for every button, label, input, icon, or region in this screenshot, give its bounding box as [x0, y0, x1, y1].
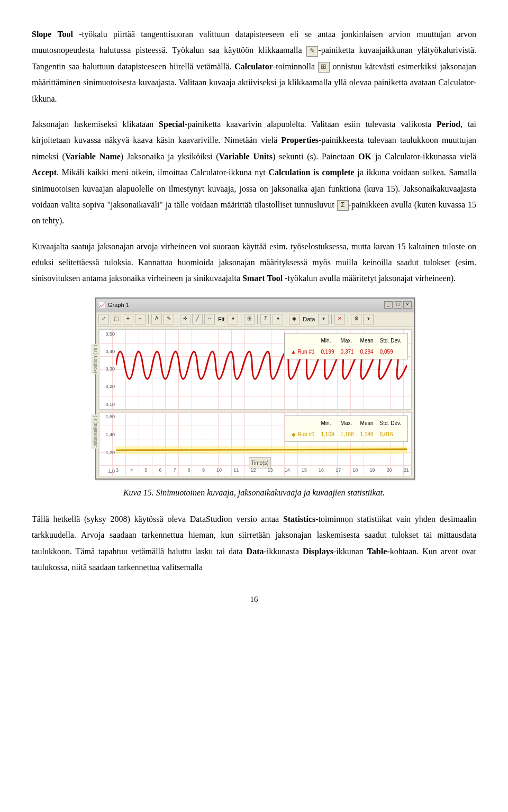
fit-dropdown-icon[interactable]: ▾	[228, 314, 238, 324]
stats-val: 0,199	[318, 346, 338, 357]
p2-b8: Calculation is complete	[268, 168, 354, 177]
settings-dropdown-icon[interactable]: ▾	[363, 314, 374, 324]
p2-t7: ja Calculator-ikkunassa vielä	[371, 152, 476, 161]
stats-box-top: Min. Max. Mean Std. Dev. ▲ Run #1 0,199 …	[284, 333, 408, 359]
sigma-tool-icon[interactable]: Σ	[260, 314, 271, 324]
maximize-button[interactable]: □	[394, 301, 402, 309]
stats-hdr: Mean	[357, 418, 377, 429]
stats-hdr: Std. Dev.	[377, 418, 404, 429]
data-dropdown-icon[interactable]: ▾	[318, 314, 329, 324]
stats-val: 1,148	[357, 429, 377, 440]
stats-val: 0,284	[357, 346, 377, 357]
p2-b2: Period	[437, 120, 460, 129]
p4-b1: Statistics	[283, 515, 315, 524]
p3-b1: Smart Tool	[242, 274, 283, 283]
stats-box-bottom: Min. Max. Mean Std. Dev. ◆ Run #1 1,109 …	[285, 416, 408, 442]
x-tick: 13	[268, 466, 273, 475]
stats-run: Run #1	[297, 349, 314, 355]
smart-tool-icon[interactable]: ✛	[180, 314, 190, 324]
slope-tool-icon[interactable]: ╱	[192, 314, 203, 324]
p2-b6: OK	[358, 152, 371, 161]
p2-t2: -painiketta kaavarivin alapuolelta. Vali…	[185, 120, 437, 129]
calculator-icon	[318, 62, 330, 73]
triangle-marker-icon: ▲	[291, 349, 296, 355]
p4-t3: -ikkunasta	[264, 547, 303, 556]
zoom-out-icon[interactable]: −	[135, 314, 146, 324]
zoom-fit-icon[interactable]: ⤢	[98, 314, 109, 324]
x-tick: 10	[216, 466, 222, 475]
graph-toolbar: ⤢ ⬚ + − A ✎ ✛ ╱ 〰 Fit ▾ ⊞ Σ ▾ ◆ Data ▾ ✕…	[96, 312, 414, 327]
y-tick: 0,30	[100, 365, 115, 374]
text-tool-icon[interactable]: A	[151, 314, 162, 324]
x-tick: 8	[188, 466, 190, 475]
p3-t2: -työkalun avulla määritetyt jaksonajat v…	[283, 274, 456, 283]
paragraph-3: Kuvaajalta saatuja jaksonajan arvoja vir…	[32, 239, 476, 287]
stats-val: 0,059	[377, 346, 404, 357]
separator-icon	[241, 314, 241, 324]
p2-t6: ) sekunti (s). Painetaan	[273, 152, 358, 161]
fit-label[interactable]: Fit	[216, 314, 226, 325]
diamond-marker-icon: ◆	[292, 431, 296, 437]
data-label[interactable]: Data	[301, 314, 316, 325]
x-tick: 16	[319, 466, 324, 475]
x-axis-bottom: 3 4 5 6 7 8 9 10 11 12 13 14 15 16 17 18…	[116, 466, 409, 475]
data-icon[interactable]: ◆	[289, 314, 300, 324]
separator-icon	[177, 314, 177, 324]
p4-t1: Tällä hetkellä (syksy 2008) käytössä ole…	[32, 515, 283, 524]
y-tick: 1,0	[100, 467, 115, 476]
p4-t4: -ikkunan	[333, 547, 367, 556]
paragraph-1: Slope Tool -työkalu piirtää tangenttisuo…	[32, 26, 476, 107]
x-tick: 7	[174, 466, 176, 475]
window-titlebar: 📈 Graph 1 _ □ ×	[96, 299, 414, 312]
paragraph-2: Jaksonajan laskemiseksi klikataan Specia…	[32, 116, 476, 229]
calculator-tool-icon[interactable]: ⊞	[244, 314, 255, 324]
figure-caption: Kuva 15. Sinimuotoinen kuvaaja, jaksonai…	[32, 485, 476, 501]
stats-val: 1,188	[338, 429, 357, 440]
x-tick: 6	[159, 466, 161, 475]
x-tick: 4	[130, 466, 133, 475]
x-tick: 15	[302, 466, 307, 475]
separator-icon	[348, 314, 348, 324]
x-tick: 17	[335, 466, 341, 475]
top-plot-area: Position ( m ) 0,50 0,40 0,30 0,20 0,10 …	[98, 329, 412, 410]
y-axis-label-bottom: Jaksonaika( s )	[91, 414, 100, 449]
fit-tool-icon[interactable]: 〰	[204, 314, 215, 324]
p4-b3: Displays	[303, 547, 333, 556]
p2-b5: Variable Units	[219, 152, 273, 161]
x-tick: 12	[250, 466, 256, 475]
graph-window: 📈 Graph 1 _ □ × ⤢ ⬚ + − A ✎ ✛ ╱ 〰 Fit ▾	[95, 297, 415, 480]
stats-run: Run #1	[297, 431, 314, 437]
y-tick: 0,20	[100, 382, 115, 391]
delete-tool-icon[interactable]: ✕	[334, 314, 345, 324]
settings-icon[interactable]: ⚙	[351, 314, 361, 324]
note-tool-icon[interactable]: ✎	[164, 314, 174, 324]
close-button[interactable]: ×	[403, 301, 412, 309]
y-tick: 1,60	[100, 412, 115, 421]
stats-hdr: Min.	[318, 335, 338, 346]
y-axis-top: 0,50 0,40 0,30 0,20 0,10	[100, 330, 115, 409]
slope-tool-icon	[306, 46, 318, 57]
p2-t8: . Mikäli kaikki meni oikein, ilmoittaa C…	[57, 168, 268, 177]
x-tick: 21	[404, 466, 409, 475]
y-axis-bottom: 1,60 1,40 1,20 1,0	[100, 412, 115, 476]
x-tick: 18	[352, 466, 358, 475]
zoom-select-icon[interactable]: ⬚	[111, 314, 121, 324]
x-tick: 9	[202, 466, 205, 475]
p1-text-e: -toiminnolla	[273, 62, 318, 71]
minimize-button[interactable]: _	[384, 301, 393, 309]
p4-b4: Table-	[367, 547, 390, 556]
stats-hdr: Mean	[357, 335, 377, 346]
stats-hdr: Max.	[338, 418, 357, 429]
p2-b4: Variable Name	[65, 152, 121, 161]
stats-val: 1,109	[318, 429, 338, 440]
graph-icon: 📈	[98, 300, 106, 311]
p4-b2: Data	[247, 547, 264, 556]
stats-val: 0,371	[338, 346, 357, 357]
bottom-plot-area: Jaksonaika( s ) 1,60 1,40 1,20 1,0 Time(…	[98, 412, 412, 476]
sigma-dropdown-icon[interactable]: ▾	[273, 314, 283, 324]
y-tick: 0,10	[100, 400, 115, 409]
window-title: Graph 1	[108, 300, 129, 311]
zoom-in-icon[interactable]: +	[123, 314, 133, 324]
x-tick: 11	[233, 466, 239, 475]
stats-hdr: Std. Dev.	[377, 335, 404, 346]
